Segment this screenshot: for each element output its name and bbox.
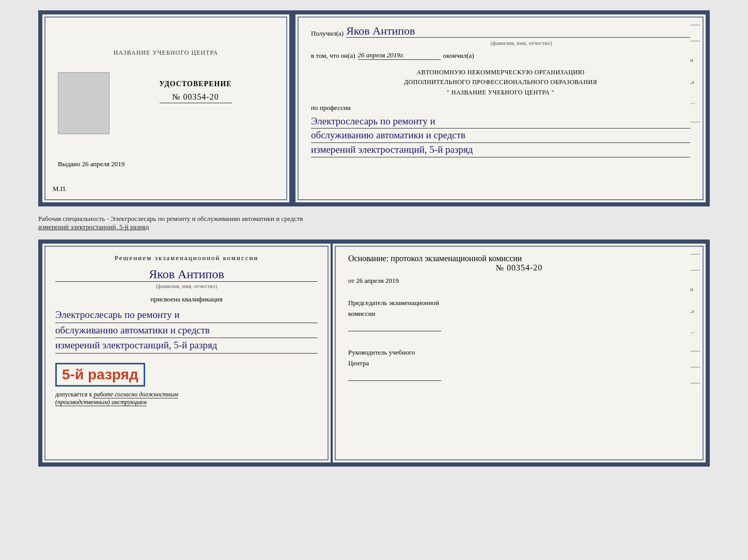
resheniem-title: Решением экзаменационной комиссии xyxy=(55,254,318,262)
sep1 xyxy=(690,25,700,25)
top-left-page: НАЗВАНИЕ УЧЕБНОГО ЦЕНТРА УДОСТОВЕРЕНИЕ №… xyxy=(38,10,291,206)
bottom-document: Решением экзаменационной комиссии Яков А… xyxy=(38,239,710,467)
top-left-title: НАЗВАНИЕ УЧЕБНОГО ЦЕНТРА xyxy=(114,49,219,57)
top-left-content: УДОСТОВЕРЕНИЕ № 00354-20 xyxy=(58,72,274,139)
predsedatel-signature-line xyxy=(348,322,441,331)
b-sep2 xyxy=(690,270,700,270)
b-sep4 xyxy=(690,367,700,367)
bottom-right-page: Основание: протокол экзаменационной коми… xyxy=(333,239,710,467)
udostoverenie-number: № 00354-20 xyxy=(160,92,232,103)
middle-text-line2: измерений электростанций, 5-й разряд xyxy=(38,223,149,231)
ot-line: от 26 апреля 2019 xyxy=(348,277,690,285)
razryad-badge-container: 5-й разряд xyxy=(55,358,318,391)
b-edge-text-i: и xyxy=(690,286,700,292)
fio-label-top: (фамилия, имя, отчество) xyxy=(352,40,690,46)
qual-line3: измерений электростанций, 5-й разряд xyxy=(55,338,318,354)
qual-line2: обслуживанию автоматики и средств xyxy=(55,323,318,339)
b-sep3 xyxy=(690,351,700,351)
org-block: АВТОНОМНУЮ НЕКОММЕРЧЕСКУЮ ОРГАНИЗАЦИЮ ДО… xyxy=(311,68,690,98)
b-sep1 xyxy=(690,254,700,254)
fio-label-bottom: (фамилия, имя, отчество) xyxy=(55,283,318,289)
org-line1: АВТОНОМНУЮ НЕКОММЕРЧЕСКУЮ ОРГАНИЗАЦИЮ xyxy=(311,68,690,77)
bottom-recipient-name: Яков Антипов xyxy=(55,267,318,282)
okonchil-label: окончил(а) xyxy=(443,52,474,60)
org-line2: ДОПОЛНИТЕЛЬНОГО ПРОФЕССИОНАЛЬНОГО ОБРАЗО… xyxy=(311,77,690,87)
b-edge-text-a: ,а xyxy=(690,308,700,314)
qual-line1: Электрослесарь по ремонту и xyxy=(55,308,318,323)
vtom-line: в том, что он(а) 26 апреля 2019г. окончи… xyxy=(311,51,690,60)
photo-placeholder xyxy=(58,72,110,134)
sep2 xyxy=(690,41,700,41)
completion-date: 26 апреля 2019г. xyxy=(358,51,441,60)
b-edge-text-arrow: ← xyxy=(690,329,700,335)
edge-text-arrow: ← xyxy=(690,100,700,106)
dopuskaetsya-work: работе согласно должностным xyxy=(93,391,178,398)
right-edge-decorations: и ,а ← xyxy=(690,25,700,122)
profession-line2: обслуживанию автоматики и средств xyxy=(311,129,690,143)
ot-date: 26 апреля 2019 xyxy=(356,277,399,284)
razryad-badge: 5-й разряд xyxy=(55,363,145,387)
bottom-right-edge-decorations: и ,а ← xyxy=(690,254,700,383)
razryad-badge-text: 5-й разряд xyxy=(62,366,138,382)
predsedatel-block: Председатель экзаменационной комиссии xyxy=(348,298,690,337)
top-document: НАЗВАНИЕ УЧЕБНОГО ЦЕНТРА УДОСТОВЕРЕНИЕ №… xyxy=(38,10,710,206)
b-sep5 xyxy=(690,383,700,383)
rukovoditel-signature-line xyxy=(348,372,441,381)
mp-line: М.П. xyxy=(53,185,67,193)
po-professii-label: по профессии xyxy=(311,104,690,112)
udostoverenie-block: УДОСТОВЕРЕНИЕ № 00354-20 xyxy=(117,72,274,103)
instruktsii-text: (производственным) инструкциям xyxy=(55,398,147,406)
middle-text-line1: Рабочая специальность - Электрослесарь п… xyxy=(38,215,303,222)
poluchil-line: Получил(а) Яков Антипов xyxy=(311,25,690,38)
middle-description: Рабочая специальность - Электрослесарь п… xyxy=(38,213,710,233)
vydano-date: 26 апреля 2019 xyxy=(82,160,125,168)
sep3 xyxy=(690,122,700,122)
predsedatel-line2: комиссии xyxy=(348,309,690,319)
predsedatel-line1: Председатель экзаменационной xyxy=(348,298,690,309)
vydano-label: Выдано xyxy=(58,160,80,168)
dopuskaetsya-block: допускается к работе согласно должностны… xyxy=(55,391,318,406)
osnovanie-title: Основание: протокол экзаменационной коми… xyxy=(348,254,690,263)
profession-line3: измерений электростанций, 5-й разряд xyxy=(311,143,690,157)
org-line3: " НАЗВАНИЕ УЧЕБНОГО ЦЕНТРА " xyxy=(311,88,690,98)
top-right-page: Получил(а) Яков Антипов (фамилия, имя, о… xyxy=(291,10,710,206)
vtom-label: в том, что он(а) xyxy=(311,52,355,60)
bottom-left-page: Решением экзаменационной комиссии Яков А… xyxy=(38,239,333,467)
edge-text-i: и xyxy=(690,57,700,63)
prisvoena-text: присвоена квалификация xyxy=(55,295,318,303)
rukovoditel-block: Руководитель учебного Центра xyxy=(348,347,690,387)
rukovoditel-line2: Центра xyxy=(348,358,690,369)
profession-line1: Электрослесарь по ремонту и xyxy=(311,115,690,129)
dopuskaetsya-label: допускается к xyxy=(55,391,92,398)
edge-text-a: ,а xyxy=(690,78,700,85)
poluchil-label: Получил(а) xyxy=(311,29,344,38)
ot-label: от xyxy=(348,277,354,284)
rukovoditel-line1: Руководитель учебного xyxy=(348,347,690,358)
udostoverenie-title: УДОСТОВЕРЕНИЕ xyxy=(159,80,231,88)
protocol-number: № 00354-20 xyxy=(348,263,690,273)
vydano-line: Выдано 26 апреля 2019 xyxy=(58,160,274,168)
recipient-name: Яков Антипов xyxy=(346,25,690,38)
